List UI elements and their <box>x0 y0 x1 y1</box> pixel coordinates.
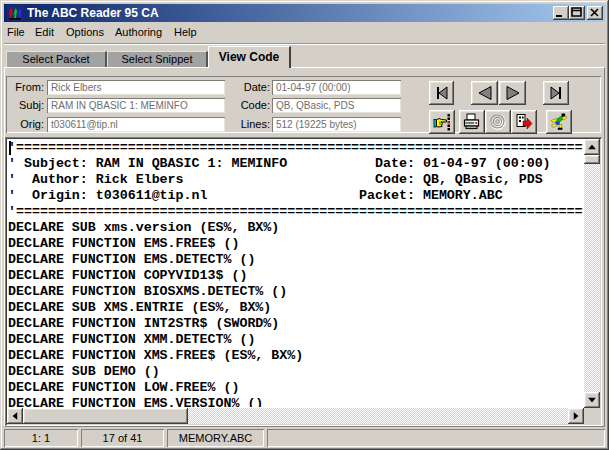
vertical-scroll-thumb[interactable] <box>584 155 600 164</box>
app-icon <box>7 5 23 21</box>
rings-icon <box>489 113 507 131</box>
arrow-left-icon <box>13 412 18 420</box>
date-label: Date: <box>232 80 270 95</box>
previous-snippet-button[interactable] <box>471 81 498 105</box>
menu-edit[interactable]: Edit <box>35 22 54 43</box>
next-icon <box>504 85 522 101</box>
tag-snippet-button[interactable] <box>429 110 455 134</box>
menu-options[interactable]: Options <box>66 22 104 43</box>
horizontal-scrollbar[interactable] <box>7 408 584 424</box>
title-bar[interactable]: The ABC Reader 95 CA <box>4 4 605 22</box>
code-line: DECLARE FUNCTION XMM.DETECT% () <box>8 332 583 348</box>
maximize-icon <box>569 6 585 20</box>
scroll-left-button[interactable] <box>7 408 23 424</box>
minimize-icon <box>553 6 569 20</box>
code-line: ' Origin: t030611@tip.nl Packet: MEMORY.… <box>8 188 583 204</box>
tab-select-packet[interactable]: Select Packet <box>6 51 107 67</box>
code-field[interactable]: QB, QBasic, PDS <box>272 98 401 113</box>
code-line: DECLARE SUB xms.version (ES%, BX%) <box>8 220 583 236</box>
subj-field[interactable]: RAM IN QBASIC 1: MEMINFO <box>47 98 225 113</box>
code-line: '=======================================… <box>8 204 583 220</box>
copy-snippet-button-disabled[interactable] <box>485 110 511 134</box>
first-snippet-button[interactable] <box>429 81 454 105</box>
code-line: DECLARE FUNCTION EMS.DETECT% () <box>8 252 583 268</box>
maximize-button[interactable] <box>569 6 585 20</box>
menu-authoring[interactable]: Authoring <box>115 22 162 43</box>
lines-field[interactable]: 512 (19225 bytes) <box>272 117 401 132</box>
minimize-button[interactable] <box>553 6 569 20</box>
orig-label: Orig: <box>8 117 44 132</box>
export-snippet-button[interactable] <box>511 110 537 134</box>
date-field[interactable]: 01-04-97 (00:00) <box>272 80 401 95</box>
code-line: ' Subject: RAM IN QBASIC 1: MEMINFO Date… <box>8 156 583 172</box>
print-snippet-button[interactable] <box>459 110 485 134</box>
arrow-down-icon <box>588 398 596 403</box>
text-caret <box>9 141 11 155</box>
app-window: The ABC Reader 95 CA File Edit Options A… <box>0 0 609 450</box>
last-icon <box>548 85 564 101</box>
code-line: DECLARE FUNCTION LOW.FREE% () <box>8 380 583 396</box>
status-caret-position: 1: 1 <box>4 429 78 447</box>
status-extra-panel <box>267 429 605 447</box>
menu-help[interactable]: Help <box>174 22 197 43</box>
scroll-down-button[interactable] <box>584 392 600 408</box>
from-field[interactable]: Rick Elbers <box>47 80 225 95</box>
close-icon <box>587 6 603 20</box>
horizontal-scroll-thumb[interactable] <box>23 408 188 424</box>
menu-divider <box>4 43 605 45</box>
code-line: DECLARE FUNCTION XMS.FREE$ (ES%, BX%) <box>8 348 583 364</box>
scroll-right-button[interactable] <box>568 408 584 424</box>
code-text: '=======================================… <box>8 140 583 407</box>
code-line: ' Author: Rick Elbers Code: QB, QBasic, … <box>8 172 583 188</box>
scroll-up-button[interactable] <box>584 139 600 155</box>
orig-field[interactable]: t030611@tip.nl <box>47 117 225 132</box>
code-line: DECLARE FUNCTION BIOSXMS.DETECT% () <box>8 284 583 300</box>
run-snippet-button[interactable] <box>546 110 572 134</box>
next-snippet-button[interactable] <box>499 81 526 105</box>
code-line: DECLARE FUNCTION INT2STR$ (SWORD%) <box>8 316 583 332</box>
previous-icon <box>476 85 494 101</box>
arrow-right-icon <box>574 412 579 420</box>
vertical-scrollbar[interactable] <box>584 139 600 408</box>
close-button[interactable] <box>587 6 603 20</box>
status-packet-name: MEMORY.ABC <box>167 429 264 447</box>
code-line: DECLARE SUB XMS.ENTRIE (ES%, BX%) <box>8 300 583 316</box>
from-label: From: <box>8 80 44 95</box>
code-line: DECLARE FUNCTION EMS.VERSION% () <box>8 396 583 407</box>
export-icon <box>515 113 533 131</box>
code-line: DECLARE SUB DEMO () <box>8 364 583 380</box>
status-snippet-index: 17 of 41 <box>81 429 164 447</box>
code-line: DECLARE FUNCTION COPYVID13$ () <box>8 268 583 284</box>
printer-icon <box>463 113 481 131</box>
last-snippet-button[interactable] <box>543 81 569 105</box>
scrollbar-corner <box>584 408 600 424</box>
pointing-hand-icon <box>433 113 451 131</box>
code-label: Code: <box>232 98 270 113</box>
subj-label: Subj: <box>8 98 44 113</box>
menu-file[interactable]: File <box>7 22 25 43</box>
tab-view-code[interactable]: View Code <box>208 46 291 68</box>
code-line: DECLARE FUNCTION EMS.FREE$ () <box>8 236 583 252</box>
lines-label: Lines: <box>232 117 270 132</box>
arrow-up-icon <box>588 145 596 150</box>
code-editor[interactable]: '=======================================… <box>5 137 602 426</box>
first-icon <box>434 85 450 101</box>
running-man-icon <box>550 113 568 131</box>
tab-select-snippet[interactable]: Select Snippet <box>107 51 208 67</box>
menu-bar: File Edit Options Authoring Help <box>4 22 605 43</box>
code-line: '=======================================… <box>8 140 583 156</box>
window-title: The ABC Reader 95 CA <box>27 4 159 22</box>
